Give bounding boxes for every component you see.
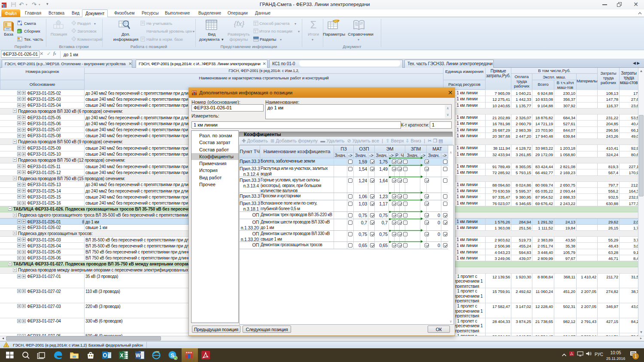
svg-text:!: !: [6, 344, 6, 347]
svg-text:X: X: [120, 353, 123, 359]
svg-text:W: W: [136, 353, 141, 359]
